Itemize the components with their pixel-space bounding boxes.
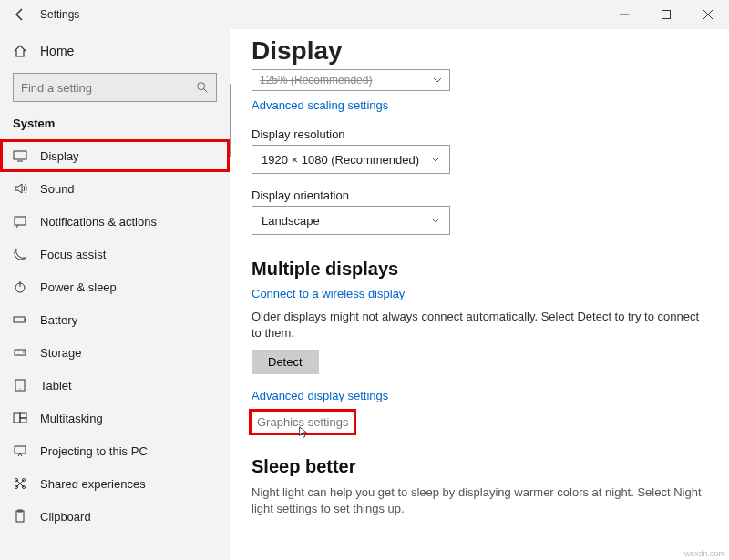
scaling-value: 125% (Recommended) — [260, 74, 372, 87]
resolution-value: 1920 × 1080 (Recommended) — [262, 153, 419, 167]
projecting-icon — [13, 443, 27, 458]
sidebar: Home System Display Sound Notifications … — [0, 29, 230, 560]
battery-icon — [13, 312, 27, 327]
chevron-down-icon — [431, 155, 440, 164]
svg-point-4 — [198, 83, 205, 90]
sidebar-item-label: Shared experiences — [40, 477, 146, 491]
orientation-value: Landscape — [262, 214, 320, 228]
svg-rect-25 — [16, 511, 24, 522]
connect-wireless-link[interactable]: Connect to a wireless display — [252, 287, 405, 300]
svg-rect-19 — [20, 418, 26, 423]
svg-rect-18 — [20, 413, 26, 418]
sidebar-item-shared-experiences[interactable]: Shared experiences — [0, 467, 230, 500]
orientation-dropdown[interactable]: Landscape — [252, 206, 450, 235]
orientation-label: Display orientation — [252, 188, 707, 202]
resolution-label: Display resolution — [252, 127, 707, 141]
cursor-icon — [297, 426, 310, 439]
chevron-down-icon — [433, 76, 442, 85]
sidebar-item-power-sleep[interactable]: Power & sleep — [0, 270, 230, 303]
search-box[interactable] — [13, 73, 217, 102]
close-button[interactable] — [687, 0, 729, 29]
tablet-icon — [13, 378, 27, 392]
svg-rect-11 — [14, 317, 25, 322]
home-label: Home — [40, 44, 74, 58]
sidebar-item-battery[interactable]: Battery — [0, 303, 230, 336]
scroll-indicator[interactable] — [230, 84, 231, 157]
sidebar-item-display[interactable]: Display — [0, 139, 230, 172]
search-input[interactable] — [21, 81, 196, 95]
chevron-down-icon — [431, 216, 440, 225]
notifications-icon — [13, 214, 27, 229]
sidebar-item-projecting[interactable]: Projecting to this PC — [0, 434, 230, 467]
resolution-dropdown[interactable]: 1920 × 1080 (Recommended) — [252, 145, 450, 174]
sidebar-item-tablet[interactable]: Tablet — [0, 369, 230, 402]
svg-rect-8 — [15, 217, 26, 225]
sidebar-item-label: Power & sleep — [40, 280, 117, 294]
content-area: Display 125% (Recommended) Advanced scal… — [230, 29, 729, 560]
svg-rect-20 — [15, 446, 26, 453]
sleep-better-heading: Sleep better — [252, 456, 707, 477]
sidebar-item-sound[interactable]: Sound — [0, 172, 230, 205]
advanced-display-link[interactable]: Advanced display settings — [252, 389, 707, 402]
sleep-better-text: Night light can help you get to sleep by… — [252, 484, 707, 516]
home-icon — [13, 44, 27, 58]
sidebar-item-label: Projecting to this PC — [40, 444, 148, 458]
older-displays-text: Older displays might not always connect … — [252, 309, 707, 341]
sidebar-item-label: Multitasking — [40, 412, 103, 425]
multitasking-icon — [13, 411, 27, 425]
scaling-dropdown[interactable]: 125% (Recommended) — [252, 69, 450, 91]
back-icon[interactable] — [13, 7, 27, 22]
svg-rect-6 — [14, 151, 26, 159]
minimize-button[interactable] — [603, 0, 645, 29]
sidebar-item-label: Battery — [40, 313, 77, 327]
multiple-displays-heading: Multiple displays — [252, 259, 707, 280]
svg-rect-1 — [662, 11, 671, 19]
maximize-button[interactable] — [645, 0, 687, 29]
watermark: wsxdn.com — [684, 549, 725, 558]
shared-icon — [13, 476, 27, 491]
clipboard-icon — [13, 509, 27, 524]
sidebar-item-notifications[interactable]: Notifications & actions — [0, 205, 230, 238]
focus-assist-icon — [13, 247, 27, 261]
title-bar: Settings — [0, 0, 729, 29]
svg-rect-12 — [25, 319, 26, 321]
svg-rect-17 — [14, 413, 20, 423]
sidebar-item-label: Notifications & actions — [40, 215, 157, 229]
sidebar-item-storage[interactable]: Storage — [0, 336, 230, 369]
graphics-settings-link[interactable]: Graphics settings — [252, 412, 354, 433]
svg-line-5 — [204, 89, 208, 93]
advanced-scaling-link[interactable]: Advanced scaling settings — [252, 98, 388, 112]
window-title: Settings — [40, 8, 79, 21]
sidebar-item-multitasking[interactable]: Multitasking — [0, 402, 230, 434]
sidebar-item-label: Storage — [40, 346, 82, 360]
search-icon — [196, 81, 209, 94]
page-title: Display — [252, 36, 707, 66]
svg-point-16 — [19, 388, 20, 389]
sidebar-item-focus-assist[interactable]: Focus assist — [0, 238, 230, 270]
storage-icon — [13, 345, 27, 360]
detect-button[interactable]: Detect — [252, 350, 319, 374]
home-link[interactable]: Home — [0, 36, 230, 66]
sidebar-item-label: Sound — [40, 182, 75, 196]
power-icon — [13, 280, 27, 294]
sidebar-item-label: Clipboard — [40, 510, 91, 524]
display-icon — [13, 148, 27, 163]
sidebar-item-label: Tablet — [40, 379, 72, 392]
sidebar-item-clipboard[interactable]: Clipboard — [0, 500, 230, 533]
sidebar-item-label: Focus assist — [40, 248, 106, 261]
sidebar-item-label: Display — [40, 149, 79, 163]
sound-icon — [13, 181, 27, 196]
section-label: System — [0, 113, 230, 139]
svg-point-14 — [23, 351, 25, 353]
